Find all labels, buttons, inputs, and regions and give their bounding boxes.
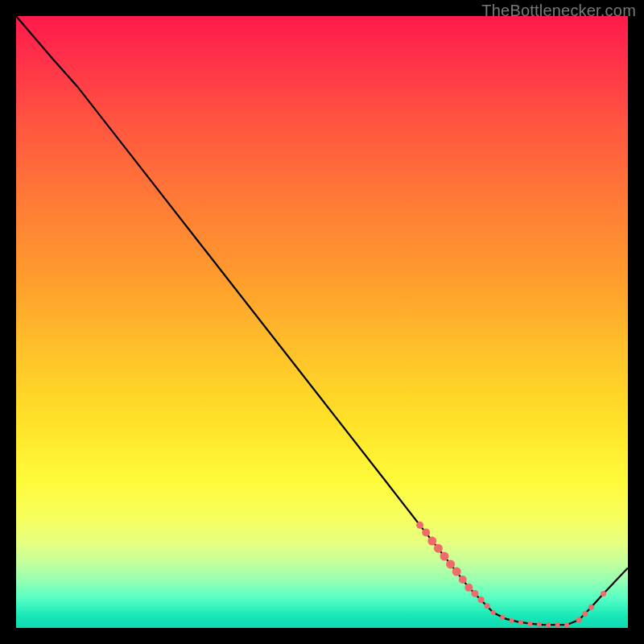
plot-area (16, 16, 628, 628)
gradient-background (16, 16, 628, 628)
chart-stage: TheBottlenecker.com (0, 0, 644, 644)
